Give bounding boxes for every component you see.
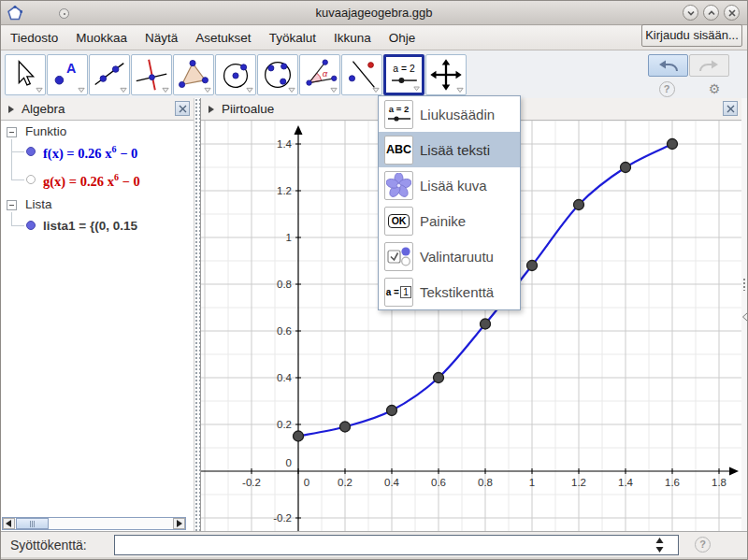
tool-dropdown-menu: a = 2 Liukusäädin ABC Lisää teksti (378, 95, 521, 310)
algebra-panel: Algebra Funktio f(x) = 0.26 x6 − 0 g(x) … (1, 98, 194, 531)
svg-text:a = 2: a = 2 (393, 64, 415, 74)
flower-icon (384, 171, 413, 200)
panel-arrow-icon[interactable] (209, 106, 214, 113)
input-label: Syöttökenttä: (10, 538, 87, 553)
move-canvas-icon (426, 55, 466, 94)
minimize-button[interactable] (683, 5, 698, 21)
svg-text:1.8: 1.8 (712, 477, 726, 488)
menu-ikkuna[interactable]: Ikkuna (334, 31, 371, 45)
command-input[interactable] (114, 535, 679, 555)
maximize-button[interactable] (703, 5, 719, 21)
edge-grip-dots (743, 278, 745, 291)
tree-line (11, 225, 24, 226)
menu-item-liukusaadin[interactable]: a = 2 Liukusäädin (379, 96, 520, 132)
svg-text:1.4: 1.4 (277, 138, 293, 150)
circle-icon (216, 55, 255, 94)
gear-icon: ⚙ (709, 81, 721, 96)
angle-tool-button[interactable]: α (299, 54, 340, 95)
scroll-right-button[interactable] (173, 518, 185, 529)
close-button[interactable] (724, 5, 740, 21)
move-graphics-tool-button[interactable] (425, 54, 467, 95)
svg-text:0.6: 0.6 (431, 477, 446, 488)
svg-text:0: 0 (286, 457, 292, 468)
menu-item-lisaa-teksti[interactable]: ABC Lisää teksti (379, 132, 520, 167)
toolbar-help-button[interactable]: ? (657, 79, 676, 96)
ok-button-icon: OK (384, 207, 413, 236)
reflect-icon (342, 55, 381, 94)
svg-text:1: 1 (529, 477, 535, 488)
chevron-up-icon (707, 8, 716, 18)
menu-tiedosto[interactable]: Tiedosto (10, 31, 58, 45)
toolbar: A (1, 50, 747, 99)
toolbar-settings-button[interactable]: ⚙ (705, 80, 724, 97)
slider-tool-button[interactable]: a = 2 (383, 54, 424, 95)
point-tool-button[interactable]: A (47, 54, 88, 95)
menu-nayta[interactable]: Näytä (145, 31, 178, 45)
menu-item-lisaa-kuva[interactable]: Lisää kuva (379, 167, 520, 203)
svg-text:0.6: 0.6 (277, 325, 292, 337)
input-help-button[interactable]: ? (695, 537, 711, 553)
window-title: kuvaajageogebra.ggb (1, 6, 747, 20)
circle-tool-button[interactable] (215, 54, 256, 95)
undo-icon (649, 55, 687, 76)
graphics-close-button[interactable] (723, 101, 738, 116)
close-icon (179, 105, 187, 113)
svg-text:-0.2: -0.2 (242, 477, 261, 488)
graphics-header-label: Piirtoalue (222, 102, 274, 116)
close-icon (726, 105, 735, 113)
input-spinner[interactable] (655, 538, 664, 556)
svg-text:0.4: 0.4 (384, 477, 400, 488)
menu-muokkaa[interactable]: Muokkaa (76, 31, 127, 45)
panel-arrow-icon[interactable] (8, 106, 14, 113)
algebra-header-label: Algebra (22, 102, 65, 116)
reflect-tool-button[interactable] (341, 54, 382, 95)
svg-text:1.6: 1.6 (665, 477, 680, 488)
svg-text:1.2: 1.2 (571, 477, 586, 488)
menu-ohje[interactable]: Ohje (389, 31, 416, 45)
svg-text:1: 1 (286, 232, 292, 243)
conic-tool-button[interactable] (257, 54, 298, 95)
funktio-collapse-box[interactable] (7, 127, 17, 137)
slider-icon: a = 2 (384, 100, 413, 129)
g-visibility-marble[interactable] (26, 175, 36, 184)
algebra-row-f[interactable]: f(x) = 0.26 x6 − 0 (43, 144, 193, 162)
tree-line (11, 139, 12, 180)
algebra-row-g[interactable]: g(x) = 0.26 x6 − 0 (43, 172, 193, 190)
close-icon (727, 8, 737, 18)
algebra-hscrollbar[interactable] (2, 517, 186, 530)
menu-tyokalut[interactable]: Työkalut (269, 31, 316, 45)
undo-button[interactable] (648, 54, 688, 77)
polygon-tool-button[interactable] (173, 54, 214, 95)
arrow-right-icon (176, 520, 182, 527)
perpendicular-line-tool-button[interactable] (131, 54, 172, 95)
conic-icon (258, 55, 297, 94)
menu-asetukset[interactable]: Asetukset (195, 31, 251, 45)
move-tool-button[interactable] (5, 54, 46, 95)
cursor-icon (6, 55, 45, 94)
lista-collapse-box[interactable] (7, 200, 17, 210)
menu-item-painike[interactable]: OK Painike (379, 203, 520, 238)
svg-text:0.4: 0.4 (277, 372, 293, 383)
slider-icon: a = 2 (386, 57, 422, 93)
polygon-icon (174, 55, 213, 94)
menu-item-valintaruutu[interactable]: Valintaruutu (379, 238, 520, 274)
help-icon: ? (659, 81, 675, 97)
lista1-visibility-marble[interactable] (26, 221, 36, 230)
redo-button[interactable] (689, 54, 729, 77)
svg-text:0.2: 0.2 (338, 477, 352, 488)
menu-item-tekstikentta[interactable]: a = 1 Tekstikenttä (379, 274, 520, 309)
algebra-header: Algebra (1, 98, 194, 121)
login-button[interactable]: Kirjaudu sisään... (641, 24, 742, 47)
algebra-close-button[interactable] (175, 101, 190, 116)
redo-icon (690, 55, 728, 76)
algebra-row-lista1[interactable]: lista1 = {(0, 0.15 (43, 219, 193, 233)
line-tool-button[interactable] (89, 54, 130, 95)
scroll-left-button[interactable] (3, 518, 15, 529)
arrow-left-icon (6, 520, 12, 527)
scrollbar-thumb[interactable] (16, 518, 49, 529)
right-edge-strip (741, 98, 748, 531)
collapse-handle-icon[interactable] (741, 311, 748, 323)
panel-splitter[interactable] (194, 98, 201, 531)
f-visibility-marble[interactable] (26, 147, 36, 156)
menubar: Tiedosto Muokkaa Näytä Asetukset Työkalu… (1, 26, 747, 50)
